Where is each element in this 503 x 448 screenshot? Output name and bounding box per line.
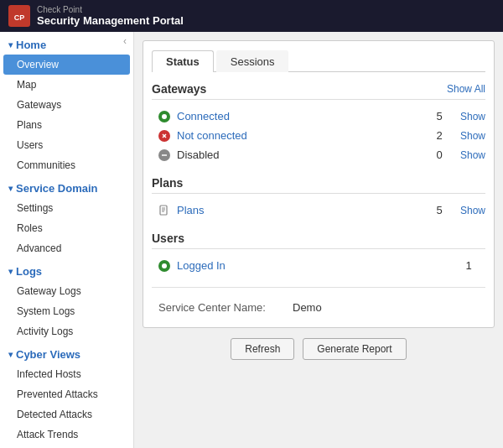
cyber-views-arrow-icon: ▾ (8, 350, 13, 359)
plans-count: 5 (423, 204, 456, 216)
sidebar-item-advanced[interactable]: Advanced (0, 238, 133, 258)
gateway-row-not-connected: Not connected 2 Show (152, 126, 485, 145)
connected-count: 5 (423, 110, 456, 122)
users-section-title: Users (152, 232, 485, 249)
gateways-section-title: Gateways Show All (152, 82, 485, 100)
meta-service-center-label: Service Center Name: (158, 301, 293, 314)
plans-row: Plans 5 Show (152, 201, 485, 220)
sidebar-item-attack-trends[interactable]: Attack Trends (0, 425, 133, 445)
header-title: Security Management Portal (37, 14, 184, 27)
refresh-button[interactable]: Refresh (231, 338, 294, 360)
logged-in-status-icon (158, 260, 170, 272)
plans-section-title: Plans (152, 176, 485, 194)
plans-doc-icon (158, 205, 170, 216)
app-header: CP Check Point Security Management Porta… (0, 0, 503, 32)
action-buttons: Refresh Generate Report (143, 338, 495, 360)
tab-bar: Status Sessions (152, 49, 485, 72)
sidebar-section-cyber-views[interactable]: ▾ Cyber Views (0, 341, 133, 364)
logs-arrow-icon: ▾ (8, 267, 13, 276)
not-connected-status-icon (158, 130, 170, 142)
sidebar-item-roles[interactable]: Roles (0, 218, 133, 238)
generate-report-button[interactable]: Generate Report (303, 338, 406, 360)
app-logo: CP (8, 5, 30, 27)
home-arrow-icon: ▾ (8, 40, 13, 49)
sidebar-section-service-domain[interactable]: ▾ Service Domain (0, 175, 133, 198)
gateways-show-all[interactable]: Show All (447, 83, 485, 95)
not-connected-label: Not connected (177, 129, 423, 142)
sidebar-item-prevented-attacks[interactable]: Prevented Attacks (0, 384, 133, 404)
sidebar-section-service-domain-label: Service Domain (16, 182, 98, 195)
svg-text:CP: CP (14, 13, 25, 22)
users-section: Users Logged In 1 (152, 232, 485, 275)
sidebar-section-logs-label: Logs (16, 265, 42, 278)
sidebar-item-settings[interactable]: Settings (0, 198, 133, 218)
sidebar-section-logs[interactable]: ▾ Logs (0, 258, 133, 281)
gateway-row-connected: Connected 5 Show (152, 107, 485, 126)
tab-sessions[interactable]: Sessions (216, 50, 289, 72)
plans-label: Plans (177, 204, 423, 216)
sidebar-section-home-label: Home (16, 39, 46, 51)
disabled-show-link[interactable]: Show (456, 149, 485, 161)
sidebar-item-plans[interactable]: Plans (0, 115, 133, 135)
sidebar-section-cyber-views-label: Cyber Views (16, 348, 80, 361)
disabled-status-icon (158, 149, 170, 161)
tab-status[interactable]: Status (152, 50, 214, 72)
not-connected-count: 2 (423, 129, 456, 142)
sidebar-item-system-logs[interactable]: System Logs (0, 301, 133, 321)
logged-in-label: Logged In (177, 259, 452, 272)
connected-label: Connected (177, 110, 423, 122)
main-content: Status Sessions Gateways Show All Connec (134, 32, 503, 448)
gateway-row-disabled: Disabled 0 Show (152, 145, 485, 164)
logged-in-count: 1 (452, 259, 485, 272)
sidebar-item-infected-hosts[interactable]: Infected Hosts (0, 364, 133, 384)
sidebar-item-detected-attacks[interactable]: Detected Attacks (0, 404, 133, 425)
plans-section: Plans Plans 5 Show (152, 176, 485, 220)
meta-service-center-value: Demo (293, 301, 322, 314)
svg-point-10 (162, 263, 167, 268)
sidebar-item-map[interactable]: Map (0, 75, 133, 95)
connected-show-link[interactable]: Show (456, 111, 485, 122)
not-connected-show-link[interactable]: Show (456, 130, 485, 142)
overview-panel: Status Sessions Gateways Show All Connec (143, 40, 495, 328)
sidebar-item-users[interactable]: Users (0, 135, 133, 155)
sidebar-item-activity-logs[interactable]: Activity Logs (0, 321, 133, 341)
disabled-count: 0 (423, 148, 456, 161)
sidebar: ‹ ▾ Home Overview Map Gateways Plans Use… (0, 32, 134, 448)
disabled-label: Disabled (177, 148, 423, 161)
sidebar-item-gateway-logs[interactable]: Gateway Logs (0, 281, 133, 301)
main-layout: ‹ ▾ Home Overview Map Gateways Plans Use… (0, 32, 503, 448)
svg-point-2 (162, 114, 167, 119)
users-row-logged-in: Logged In 1 (152, 256, 485, 275)
sidebar-item-gateways[interactable]: Gateways (0, 95, 133, 115)
section-divider (152, 287, 485, 288)
sidebar-collapse-button[interactable]: ‹ (123, 35, 127, 47)
meta-service-center: Service Center Name: Demo (152, 296, 485, 319)
service-domain-arrow-icon: ▾ (8, 184, 13, 193)
header-text: Check Point Security Management Portal (37, 5, 184, 27)
sidebar-item-communities[interactable]: Communities (0, 155, 133, 175)
header-brand: Check Point (37, 5, 184, 14)
sidebar-item-overview[interactable]: Overview (3, 55, 130, 75)
plans-show-link[interactable]: Show (456, 205, 485, 216)
gateways-section: Gateways Show All Connected 5 Show (152, 82, 485, 164)
connected-status-icon (158, 111, 170, 122)
sidebar-section-home[interactable]: ▾ Home (0, 32, 133, 55)
